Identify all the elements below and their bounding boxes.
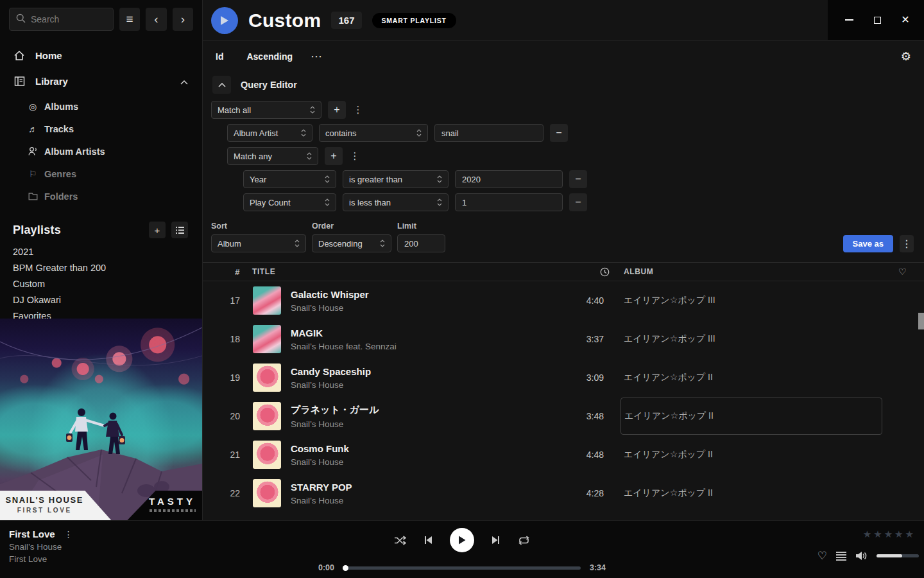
seek-thumb[interactable] [343, 565, 348, 571]
playlist-item[interactable]: Custom [0, 276, 202, 292]
track-artist: Snail’s House [291, 457, 576, 467]
column-header-favorite[interactable]: ♡ [890, 267, 924, 277]
select-value: Album [218, 239, 289, 249]
total-time: 3:34 [590, 563, 606, 572]
queue-button[interactable] [836, 552, 846, 561]
table-row[interactable]: 20 プラネット・ガール Snail’s House 3:48 エイリアン☆ポッ… [203, 397, 924, 435]
remove-rule-button[interactable]: − [550, 124, 568, 142]
next-button[interactable] [492, 536, 501, 545]
track-album[interactable]: エイリアン☆ポップ II [620, 435, 890, 474]
group-match-type-select[interactable]: Match any [227, 147, 318, 165]
add-playlist-button[interactable]: + [149, 222, 166, 238]
progress-section: 0:00 3:34 [318, 563, 606, 572]
previous-button[interactable] [424, 536, 432, 545]
star-icon[interactable]: ★ [873, 529, 882, 540]
favorite-button[interactable]: ♡ [817, 549, 827, 563]
scrollbar-thumb[interactable] [918, 313, 924, 329]
gear-icon[interactable]: ⚙ [901, 49, 911, 64]
more-options-button[interactable]: ⋯ [311, 49, 323, 64]
table-row[interactable]: 18 MAGIK Snail’s House feat. Sennzai 3:3… [203, 320, 924, 358]
rating-stars[interactable]: ★ ★ ★ ★ ★ [863, 529, 914, 540]
minimize-button[interactable] [844, 15, 853, 24]
save-as-button[interactable]: Save as [843, 235, 893, 252]
query-editor-collapse-button[interactable] [212, 76, 231, 94]
sidebar-item-home[interactable]: Home [0, 42, 202, 68]
track-album[interactable]: エイリアン☆ポップ II [620, 474, 890, 512]
sidebar-item-folders[interactable]: Folders [0, 185, 202, 207]
star-icon[interactable]: ★ [905, 529, 914, 540]
query-limit-input[interactable] [397, 234, 445, 252]
play-playlist-button[interactable] [211, 7, 238, 34]
close-button[interactable]: ✕ [901, 15, 910, 24]
list-icon [176, 225, 184, 236]
volume-button[interactable] [855, 551, 868, 561]
group-menu-button[interactable]: ⋮ [349, 147, 361, 165]
track-album-focused[interactable]: エイリアン☆ポップ II [620, 398, 882, 435]
save-menu-button[interactable]: ⋮ [900, 235, 914, 252]
maximize-button[interactable] [873, 15, 882, 24]
column-header-duration[interactable] [576, 267, 620, 277]
sidebar-item-album-artists[interactable]: Album Artists [0, 140, 202, 162]
sort-direction-button[interactable]: Ascending [246, 51, 293, 62]
table-row[interactable]: 22 STARRY POP Snail’s House 4:28 エイリアン☆ポ… [203, 474, 924, 512]
playlist-item[interactable]: 2021 [0, 243, 202, 259]
group-rule-operator-select[interactable]: is less than [343, 193, 449, 211]
group-rule-value-input[interactable] [455, 170, 563, 188]
add-rule-button[interactable]: + [328, 101, 346, 119]
remove-rule-button[interactable]: − [569, 170, 587, 188]
table-row[interactable]: 21 Cosmo Funk Snail’s House 4:48 エイリアン☆ポ… [203, 435, 924, 474]
forward-button[interactable]: › [173, 8, 193, 31]
collapse-chevron-icon[interactable] [180, 76, 188, 87]
track-album[interactable]: エイリアン☆ポップ II [620, 358, 890, 397]
search-box[interactable] [9, 8, 114, 31]
column-header-title[interactable]: TITLE [244, 267, 576, 276]
shuffle-button[interactable] [394, 536, 406, 545]
playlist-item[interactable]: DJ Okawari [0, 292, 202, 308]
volume-slider[interactable] [877, 554, 919, 557]
query-editor-header: Query Editor [203, 76, 924, 94]
updown-chevron-icon [437, 198, 442, 207]
column-header-album[interactable]: ALBUM [620, 267, 890, 276]
track-album[interactable]: エイリアン☆ポップ III [620, 281, 890, 320]
group-rule-field-select[interactable]: Play Count [243, 193, 336, 211]
remove-rule-button[interactable]: − [569, 193, 587, 211]
add-group-rule-button[interactable]: + [325, 147, 343, 165]
table-row[interactable]: 19 Candy Spaceship Snail’s House 3:09 エイ… [203, 358, 924, 397]
menu-button[interactable]: ≡ [119, 8, 140, 31]
repeat-button[interactable] [518, 536, 530, 545]
seek-bar[interactable] [343, 566, 581, 570]
rule-menu-button[interactable]: ⋮ [352, 101, 364, 119]
track-count-badge: 167 [331, 12, 361, 29]
rule-field-select[interactable]: Album Artist [227, 124, 312, 142]
group-rule-operator-select[interactable]: is greater than [343, 170, 449, 188]
sidebar-item-tracks[interactable]: ♬ Tracks [0, 118, 202, 140]
sidebar-item-library[interactable]: Library [0, 68, 202, 94]
sidebar-item-albums[interactable]: ◎ Albums [0, 95, 202, 118]
search-input[interactable] [31, 14, 107, 24]
track-table-header: # TITLE ALBUM ♡ [203, 262, 924, 281]
now-playing-title: First Love [9, 529, 55, 539]
star-icon[interactable]: ★ [894, 529, 903, 540]
group-rule-field-select[interactable]: Year [243, 170, 336, 188]
star-icon[interactable]: ★ [884, 529, 893, 540]
now-playing-menu-button[interactable]: ⋮ [64, 529, 73, 539]
match-type-select[interactable]: Match all [211, 101, 321, 119]
cover-banner: SNAIL'S HOUSE FIRST LOVE TASTY [0, 491, 202, 520]
group-rule-value-input[interactable] [455, 193, 563, 211]
playlist-list-button[interactable] [171, 222, 188, 238]
query-order-select[interactable]: Descending [312, 234, 391, 252]
rule-value-input[interactable] [434, 124, 543, 142]
playlist-item[interactable]: BPM Greater than 200 [0, 259, 202, 276]
rule-operator-select[interactable]: contains [319, 124, 428, 142]
plus-icon: + [155, 225, 160, 236]
star-icon[interactable]: ★ [863, 529, 871, 540]
sort-field-button[interactable]: Id [216, 51, 223, 62]
column-header-index[interactable]: # [203, 267, 244, 277]
cover-label-microtext [150, 509, 196, 512]
track-album[interactable]: エイリアン☆ポップ III [620, 320, 890, 358]
sidebar-item-genres[interactable]: ⚐ Genres [0, 162, 202, 185]
back-button[interactable]: ‹ [146, 8, 166, 31]
play-pause-button[interactable] [450, 528, 474, 552]
query-sort-select[interactable]: Album [211, 234, 306, 252]
table-row[interactable]: 17 Galactic Whisper Snail’s House 4:40 エ… [203, 281, 924, 320]
